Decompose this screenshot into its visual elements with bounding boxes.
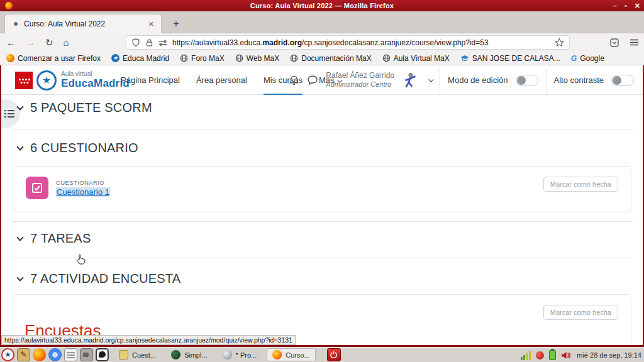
firefox-icon bbox=[272, 350, 282, 359]
google-icon: G bbox=[571, 54, 577, 63]
app-icon bbox=[223, 350, 232, 359]
madrid-flag-icon bbox=[15, 72, 33, 89]
task-window-simpl[interactable]: Simpl... bbox=[166, 349, 213, 361]
notifications-bell-icon[interactable] bbox=[289, 75, 299, 86]
text-editor-launcher-icon[interactable]: ✎ bbox=[17, 348, 30, 361]
chevron-down-icon[interactable] bbox=[16, 103, 23, 110]
task-window-pro[interactable]: * Pro... bbox=[218, 349, 262, 361]
shield-icon[interactable] bbox=[131, 38, 140, 47]
mark-done-button[interactable]: Marcar como hecha bbox=[543, 177, 618, 192]
home-icon[interactable]: ⌂ bbox=[64, 37, 69, 48]
section-7-tareas-header[interactable]: 7 TAREAS bbox=[18, 231, 91, 246]
tab-favicon-icon bbox=[14, 22, 18, 26]
max-distro-launcher-icon[interactable]: ★ bbox=[1, 348, 14, 361]
section-6-header[interactable]: 6 CUESTIONARIO bbox=[18, 141, 138, 155]
divider bbox=[11, 258, 633, 258]
permissions-icon[interactable] bbox=[158, 39, 167, 47]
bookmark-foro-max[interactable]: Foro MaX bbox=[180, 54, 225, 63]
section-title[interactable]: 7 TAREAS bbox=[30, 231, 91, 246]
webcam-launcher-icon[interactable] bbox=[96, 348, 109, 361]
messages-icon[interactable] bbox=[307, 75, 318, 85]
tab-bar: Curso: Aula Virtual 2022 ✕ + bbox=[0, 11, 644, 33]
educamadrid-logo-icon[interactable]: ★ bbox=[36, 70, 57, 90]
tab-title: Curso: Aula Virtual 2022 bbox=[24, 19, 147, 28]
user-menu[interactable]: Rafael Áñez Garrido Administrador Centro bbox=[326, 72, 394, 88]
section-7-encuesta-header[interactable]: 7 ACTIVIDAD ENCUESTA bbox=[18, 272, 180, 286]
avatar[interactable] bbox=[402, 71, 418, 90]
educamadrid-icon: ★ bbox=[111, 54, 119, 62]
divider bbox=[11, 221, 633, 222]
chromium-launcher-icon[interactable] bbox=[48, 348, 62, 361]
chevron-down-icon[interactable] bbox=[428, 77, 433, 82]
logo-subtitle: Aula virtual bbox=[61, 70, 130, 77]
menu-hamburger-icon[interactable] bbox=[630, 38, 639, 47]
reload-icon[interactable]: ↻ bbox=[45, 37, 53, 48]
firefox-icon bbox=[6, 54, 14, 62]
chevron-down-icon[interactable] bbox=[16, 234, 23, 241]
divider bbox=[11, 129, 633, 129]
mouse-cursor-hand bbox=[77, 254, 86, 265]
chevron-down-icon[interactable] bbox=[16, 274, 23, 281]
section-title[interactable]: 6 CUESTIONARIO bbox=[30, 141, 138, 155]
back-icon[interactable]: ← bbox=[6, 37, 16, 48]
bookmark-google[interactable]: GGoogle bbox=[571, 54, 604, 63]
quiz-icon bbox=[26, 177, 48, 199]
task-window-cuest[interactable]: Cuest... bbox=[114, 349, 161, 361]
url-bar[interactable]: https://aulavirtual33.educa.madrid.org/c… bbox=[126, 35, 570, 50]
activity-link-cuestionario-1[interactable]: Cuestionario 1 bbox=[56, 187, 110, 197]
contrast-label: Alto contraste bbox=[554, 75, 604, 85]
window-title: Curso: Aula Virtual 2022 — Mozilla Firef… bbox=[0, 2, 644, 9]
taskbar-clock[interactable]: mié 28 de sep, 19:14 bbox=[577, 351, 641, 359]
site-logo[interactable]: Aula virtual EducaMadrid bbox=[61, 70, 130, 90]
globe-icon bbox=[290, 54, 298, 62]
maximize-button[interactable]: ▫ bbox=[625, 3, 627, 9]
firefox-launcher-icon[interactable] bbox=[33, 348, 46, 361]
minimize-button[interactable]: – bbox=[613, 3, 617, 9]
screenshot-launcher-icon[interactable] bbox=[80, 348, 93, 361]
pocket-save-icon[interactable] bbox=[609, 38, 619, 48]
bookmark-aula-virtual-max[interactable]: Aula Virtual MaX bbox=[382, 54, 450, 63]
tab-close-icon[interactable]: ✕ bbox=[147, 20, 156, 28]
network-status-icon[interactable] bbox=[536, 351, 544, 359]
bookmark-san-jose[interactable]: SAN JOSE DE CALASA... bbox=[460, 54, 560, 63]
bookmark-comenzar[interactable]: Comenzar a usar Firefox bbox=[6, 54, 101, 63]
url-text[interactable]: https://aulavirtual33.educa.madrid.org/c… bbox=[172, 38, 555, 47]
globe-icon bbox=[235, 54, 243, 62]
activity-type-label: CUESTIONARIO bbox=[56, 179, 104, 186]
window-titlebar: Curso: Aula Virtual 2022 — Mozilla Firef… bbox=[0, 0, 644, 11]
forward-icon[interactable]: → bbox=[26, 37, 35, 48]
contrast-toggle[interactable] bbox=[611, 75, 634, 86]
bookmark-web-max[interactable]: Web MaX bbox=[235, 54, 279, 63]
user-role: Administrador Centro bbox=[326, 80, 394, 89]
bookmark-star-icon[interactable] bbox=[555, 38, 564, 47]
chevron-down-icon[interactable] bbox=[16, 143, 23, 150]
volume-icon[interactable] bbox=[561, 351, 572, 360]
edit-mode-label: Modo de edición bbox=[448, 75, 508, 85]
browser-tab[interactable]: Curso: Aula Virtual 2022 ✕ bbox=[5, 14, 161, 33]
task-window-curso-active[interactable]: Curso... bbox=[267, 348, 316, 361]
battery-icon[interactable] bbox=[549, 350, 556, 360]
new-tab-button[interactable]: + bbox=[169, 16, 184, 31]
network-signal-icon[interactable] bbox=[521, 351, 531, 360]
lock-icon[interactable] bbox=[145, 38, 153, 47]
close-button[interactable]: ✕ bbox=[635, 3, 640, 9]
moodle-header: ★ Aula virtual EducaMadrid Página Princi… bbox=[1, 65, 643, 95]
section-5-header[interactable]: 5 PAQUETE SCORM bbox=[18, 101, 152, 115]
bookmark-documentacion-max[interactable]: Documentación MaX bbox=[290, 54, 371, 63]
bookmark-educamadrid[interactable]: ★Educa Madrid bbox=[111, 54, 169, 63]
section-title[interactable]: 7 ACTIVIDAD ENCUESTA bbox=[30, 272, 180, 286]
shutdown-button[interactable] bbox=[327, 348, 341, 361]
edit-mode-toggle[interactable] bbox=[516, 75, 538, 86]
divider bbox=[440, 68, 440, 93]
globe-icon bbox=[180, 54, 188, 62]
status-url-tooltip: https://aulavirtual33.educa.madrid.org/c… bbox=[1, 335, 296, 345]
logo-title: EducaMadrid bbox=[61, 77, 130, 90]
mark-done-button[interactable]: Marcar como hecha bbox=[543, 305, 618, 320]
nav-pagina-principal[interactable]: Página Principal bbox=[121, 65, 180, 95]
app-icon bbox=[171, 350, 180, 359]
nav-area-personal[interactable]: Área personal bbox=[196, 65, 247, 95]
documents-launcher-icon[interactable] bbox=[64, 348, 77, 361]
divider bbox=[546, 68, 547, 93]
activity-card-cuestionario: CUESTIONARIO Cuestionario 1 Marcar como … bbox=[13, 166, 631, 212]
section-title[interactable]: 5 PAQUETE SCORM bbox=[30, 101, 152, 115]
